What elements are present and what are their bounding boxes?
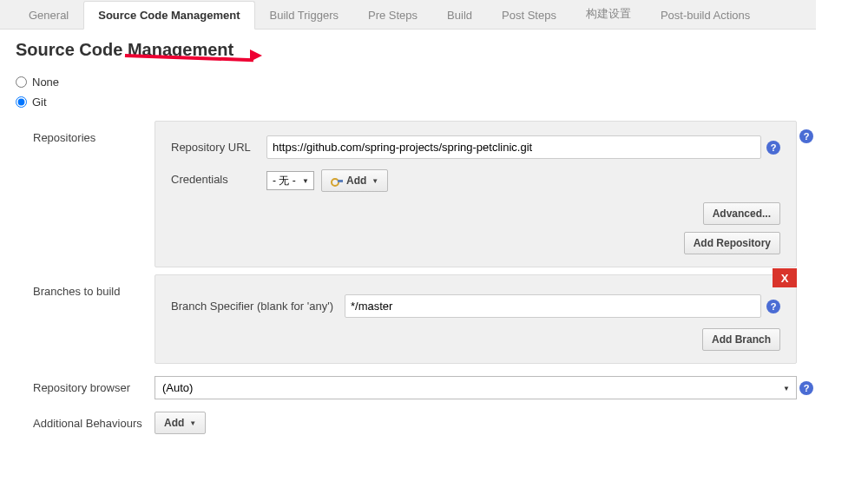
job-config-page: General Source Code Management Build Tri… [0,0,816,434]
button-advanced[interactable]: Advanced... [703,202,780,225]
scm-radio-none-input[interactable] [16,76,27,88]
config-tabs: General Source Code Management Build Tri… [0,0,816,30]
section-title-scm: Source Code Management [0,30,816,69]
button-advanced-label: Advanced... [713,208,771,220]
label-additional-behaviours: Additional Behaviours [33,417,155,430]
scm-radio-group: None Git [0,69,816,121]
tab-general[interactable]: General [14,1,83,29]
button-add-branch[interactable]: Add Branch [702,328,780,351]
help-icon-repo-url[interactable]: ? [766,141,780,155]
scm-radio-git[interactable]: Git [16,92,800,112]
button-add-branch-label: Add Branch [712,333,771,346]
input-repo-url[interactable] [266,135,761,159]
tab-scm[interactable]: Source Code Management [83,1,254,30]
button-add-repository[interactable]: Add Repository [684,232,780,254]
button-add-behaviour-label: Add [164,417,184,429]
button-add-repository-label: Add Repository [694,237,771,249]
scm-radio-git-input[interactable] [16,96,27,108]
tab-build[interactable]: Build [432,1,487,29]
tab-post-steps[interactable]: Post Steps [487,1,571,29]
input-branch-specifier[interactable] [345,294,761,318]
key-icon [331,176,343,185]
button-add-credentials[interactable]: Add ▼ [321,169,388,192]
select-credentials[interactable]: - 无 - [266,171,314,190]
select-repo-browser[interactable]: (Auto) [155,376,797,399]
button-add-behaviour[interactable]: Add ▼ [155,412,206,434]
row-branches: Branches to build X Branch Specifier (bl… [33,274,816,364]
git-config-body: Repositories Repository URL ? Credential… [33,121,816,434]
caret-icon: ▼ [372,177,378,185]
caret-icon: ▼ [189,419,196,427]
scm-radio-none-label: None [32,76,59,89]
tab-build-settings-cn[interactable]: 构建设置 [571,0,646,29]
tab-postbuild-actions[interactable]: Post-build Actions [646,1,765,29]
repositories-panel: Repository URL ? Credentials - 无 - [155,121,797,267]
tab-pre-steps[interactable]: Pre Steps [353,1,432,29]
label-repo-url: Repository URL [171,141,266,154]
tab-build-triggers[interactable]: Build Triggers [255,1,353,29]
help-icon-repositories[interactable]: ? [799,129,813,143]
branches-panel: X Branch Specifier (blank for 'any') ? A… [155,274,797,364]
label-repo-browser: Repository browser [33,381,155,394]
label-credentials: Credentials [171,169,266,186]
help-icon-repo-browser[interactable]: ? [799,381,813,395]
row-repositories: Repositories Repository URL ? Credential… [33,121,816,267]
button-add-credentials-label: Add [346,175,366,187]
row-additional-behaviours: Additional Behaviours Add ▼ [33,412,816,434]
label-branch-specifier: Branch Specifier (blank for 'any') [171,300,345,313]
label-repositories: Repositories [33,121,155,144]
row-repo-browser: Repository browser (Auto) ? [33,376,816,399]
button-delete-branch[interactable]: X [773,268,797,287]
help-icon-branch-spec[interactable]: ? [766,300,780,313]
label-branches: Branches to build [33,274,155,298]
scm-radio-none[interactable]: None [16,72,800,92]
scm-radio-git-label: Git [32,96,47,109]
